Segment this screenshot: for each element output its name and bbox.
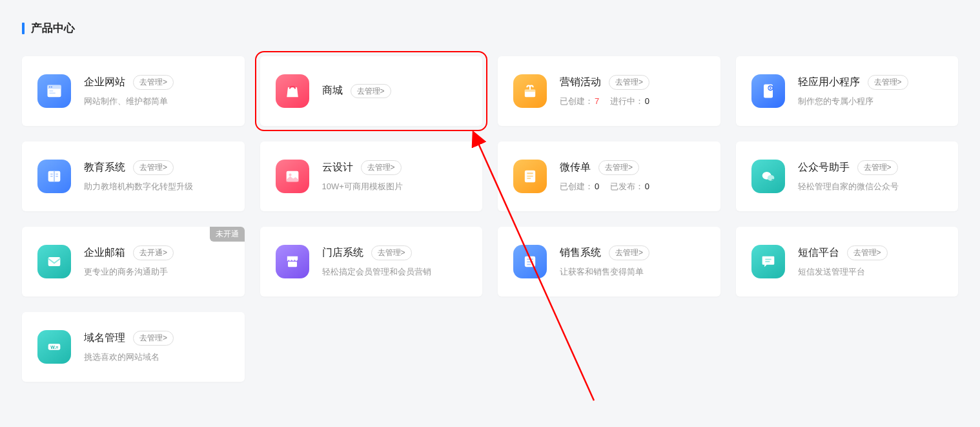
manage-button[interactable]: 去管理> (351, 84, 391, 99)
store-icon (276, 245, 309, 278)
title-accent-bar (22, 23, 25, 34)
section-header: 产品中心 (22, 21, 958, 36)
card-desc: 制作您的专属小程序 (798, 95, 946, 108)
manage-button[interactable]: 去管理> (609, 75, 649, 90)
card-title: 公众号助手 (798, 161, 850, 174)
manage-button[interactable]: 去管理> (857, 160, 898, 175)
card-desc: 网站制作、维护都简单 (84, 95, 232, 108)
wechat-icon (751, 160, 785, 193)
card-design[interactable]: 云设计 去管理> 10W+可商用模板图片 (260, 141, 483, 211)
stat-published-label: 已发布： (610, 182, 644, 191)
email-icon (37, 245, 71, 278)
education-icon (37, 160, 71, 193)
svg-rect-29 (527, 258, 533, 260)
design-icon (276, 160, 309, 193)
card-store[interactable]: 门店系统 去管理> 轻松搞定会员管理和会员营销 (260, 227, 483, 297)
card-desc: 更专业的商务沟通助手 (84, 266, 232, 278)
miniapp-icon (751, 74, 785, 108)
manage-button[interactable]: 去管理> (598, 160, 639, 175)
card-desc: 轻松管理自家的微信公众号 (798, 180, 946, 193)
card-title: 微传单 (560, 161, 591, 174)
svg-rect-7 (525, 90, 535, 92)
marketing-icon (513, 74, 547, 108)
card-wechat[interactable]: 公众号助手 去管理> 轻松管理自家的微信公众号 (736, 141, 959, 211)
card-domain[interactable]: W.= 域名管理 去管理> 挑选喜欢的网站域名 (22, 312, 245, 382)
stat-created: 0 (595, 182, 599, 191)
card-desc: 助力教培机构数字化转型升级 (84, 180, 232, 193)
stat-created: 7 (595, 96, 599, 106)
svg-rect-21 (527, 178, 531, 179)
svg-point-17 (289, 174, 291, 176)
svg-rect-4 (49, 90, 53, 92)
card-title: 企业邮箱 (84, 246, 125, 260)
mall-icon (276, 74, 309, 108)
manage-button[interactable]: 去管理> (868, 75, 908, 90)
card-desc: 挑选喜欢的网站域名 (84, 351, 232, 364)
card-title: 短信平台 (798, 246, 839, 260)
website-icon (37, 74, 71, 108)
card-title: 轻应用小程序 (798, 76, 860, 89)
svg-point-25 (772, 180, 773, 180)
stat-created-label: 已创建： (560, 182, 593, 191)
svg-rect-19 (527, 172, 533, 174)
svg-rect-20 (527, 176, 533, 177)
svg-point-3 (51, 87, 52, 88)
card-email[interactable]: 未开通 企业邮箱 去开通> 更专业的商务沟通助手 (22, 227, 245, 297)
card-title: 域名管理 (84, 331, 125, 345)
svg-rect-31 (527, 264, 531, 266)
domain-icon: W.= (37, 330, 71, 364)
stat-published: 0 (645, 182, 649, 191)
stat-running: 0 (645, 96, 649, 106)
card-desc: 让获客和销售变得简单 (560, 266, 708, 278)
not-activated-badge: 未开通 (210, 227, 245, 242)
card-desc: 轻松搞定会员管理和会员营销 (322, 266, 470, 278)
card-stats: 已创建：0 已发布：0 (560, 180, 708, 193)
manage-button[interactable]: 去管理> (609, 245, 649, 260)
card-title: 商城 (322, 84, 343, 98)
svg-rect-26 (48, 257, 61, 266)
card-desc: 短信发送管理平台 (798, 266, 946, 278)
card-title: 销售系统 (560, 246, 601, 260)
card-marketing[interactable]: 营销活动 去管理> 已创建：7 进行中：0 (498, 56, 720, 126)
card-title: 云设计 (322, 161, 353, 174)
card-title: 企业网站 (84, 76, 125, 89)
manage-button[interactable]: 去管理> (133, 160, 174, 175)
card-website[interactable]: 企业网站 去管理> 网站制作、维护都简单 (22, 56, 245, 126)
svg-point-2 (49, 87, 50, 88)
manage-button[interactable]: 去管理> (371, 245, 412, 260)
activate-button[interactable]: 去开通> (133, 245, 174, 260)
card-sms[interactable]: 短信平台 去管理> 短信发送管理平台 (736, 227, 959, 297)
card-education[interactable]: 教育系统 去管理> 助力教培机构数字化转型升级 (22, 141, 245, 211)
svg-text:W.=: W.= (50, 345, 58, 349)
card-title: 营销活动 (560, 76, 601, 89)
svg-rect-30 (527, 261, 533, 262)
stat-created-label: 已创建： (560, 96, 593, 106)
sales-icon (513, 245, 547, 278)
card-title: 门店系统 (322, 246, 363, 260)
flyer-icon (513, 160, 547, 193)
product-grid: 企业网站 去管理> 网站制作、维护都简单 商城 去管理> (22, 56, 958, 382)
sms-icon (751, 245, 785, 278)
svg-rect-5 (49, 92, 55, 94)
card-mall[interactable]: 商城 去管理> (260, 56, 483, 126)
svg-rect-27 (288, 262, 297, 267)
manage-button[interactable]: 去管理> (847, 245, 888, 260)
card-desc: 10W+可商用模板图片 (322, 180, 470, 193)
manage-button[interactable]: 去管理> (133, 75, 174, 90)
card-sales[interactable]: 销售系统 去管理> 让获客和销售变得简单 (498, 227, 720, 297)
card-flyer[interactable]: 微传单 去管理> 已创建：0 已发布：0 (498, 141, 720, 211)
manage-button[interactable]: 去管理> (361, 160, 402, 175)
card-stats: 已创建：7 进行中：0 (560, 95, 708, 108)
card-title: 教育系统 (84, 161, 125, 174)
card-miniapp[interactable]: 轻应用小程序 去管理> 制作您的专属小程序 (736, 56, 959, 126)
stat-running-label: 进行中： (610, 96, 644, 106)
section-title: 产品中心 (31, 21, 75, 36)
manage-button[interactable]: 去管理> (133, 331, 174, 346)
